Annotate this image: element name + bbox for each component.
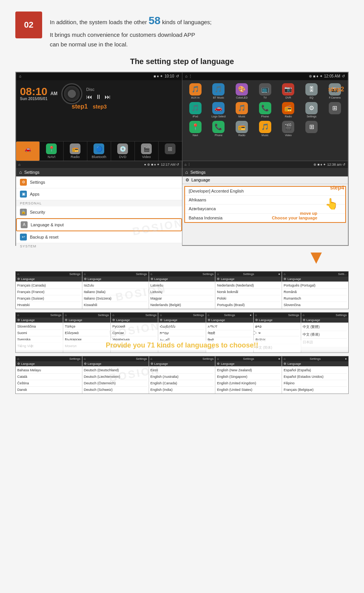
app-navi2[interactable]: 📍 Navi bbox=[184, 120, 207, 138]
lang-ellhnika[interactable]: Ελληνικά bbox=[65, 330, 109, 336]
lang-eesti[interactable]: Eesti bbox=[151, 367, 214, 374]
app-tv[interactable]: 📺 TV bbox=[254, 82, 276, 100]
app-aux[interactable]: 🎵 AUX In bbox=[184, 82, 207, 100]
next-button[interactable]: ⏭ bbox=[105, 94, 111, 100]
lang-chinese-hongkong[interactable]: 中文 (香港) bbox=[303, 331, 347, 339]
lang-italiano-italia[interactable]: Italiano (Italia) bbox=[84, 289, 147, 295]
lang-suomi[interactable]: Suomi bbox=[17, 330, 61, 336]
lang-hayeren[interactable]: Հայերեն bbox=[160, 323, 204, 330]
lang-russkiy[interactable]: Русский bbox=[112, 323, 156, 330]
time-display: 08:10 AM Sun 2015/05/01 bbox=[20, 86, 57, 101]
lang-turkce[interactable]: Türkçe bbox=[65, 323, 109, 330]
app-dvr[interactable]: 📷 DVR bbox=[277, 82, 300, 100]
lang-srpski[interactable]: Српски bbox=[112, 330, 156, 336]
app-logoselect[interactable]: 🚗 Logo Select bbox=[207, 101, 230, 119]
lang-slovenscina[interactable]: Slovenščina bbox=[17, 323, 61, 330]
lang-nederlands-belgie[interactable]: Nederlands (België) bbox=[151, 302, 214, 308]
lang-isizulu[interactable]: IsiZulu bbox=[84, 282, 147, 289]
lang-cestina[interactable]: Čeština bbox=[17, 380, 80, 387]
lang-item-afrikaans[interactable]: Afrikaans bbox=[185, 196, 346, 204]
navi-icon: 📍 bbox=[46, 143, 57, 154]
lang-deutsch-deutschland[interactable]: Deutsch (Deutschland) bbox=[84, 367, 147, 374]
lang-burmese[interactable]: ြမာ bbox=[255, 330, 299, 336]
app-radio2[interactable]: 📻 Radio bbox=[231, 120, 253, 138]
app-music2[interactable]: 🎵 Music bbox=[254, 120, 276, 138]
lang-slovencina[interactable]: Slovenčina bbox=[284, 302, 347, 308]
lang-deutsch-schweiz[interactable]: Deutsch (Schweiz) bbox=[84, 387, 147, 393]
lang-catala[interactable]: Català bbox=[17, 374, 80, 380]
app-video2[interactable]: 🎬 Video bbox=[277, 120, 300, 138]
nav-bluetooth[interactable]: 🔵 Bluetooth bbox=[87, 142, 111, 161]
lang-english-singapore[interactable]: English (Singapore) bbox=[217, 374, 280, 380]
lang-magyar[interactable]: Magyar bbox=[151, 295, 214, 302]
lang-filipino[interactable]: Filipino bbox=[284, 380, 347, 387]
settings-item-backup[interactable]: ↩ Backup & reset bbox=[16, 231, 182, 243]
lang-polski[interactable]: Polski bbox=[217, 295, 280, 302]
lang-nepali[interactable]: नेपाली bbox=[208, 330, 252, 337]
settings-item-security[interactable]: 🔒 Security bbox=[16, 206, 182, 218]
lang-portugues-brasil[interactable]: Português (Brasil) bbox=[217, 302, 280, 308]
settings-item-settings[interactable]: ⚙ Settings bbox=[16, 176, 182, 188]
nav-dvd[interactable]: 💿 DVD bbox=[111, 142, 135, 161]
app-phone2[interactable]: 📞 Phone bbox=[207, 120, 230, 138]
nav-radio[interactable]: 📻 Radio bbox=[64, 142, 87, 161]
lang-deutsch-liechtenstein[interactable]: Deutsch (Liechtenstein) bbox=[84, 374, 147, 380]
prev-button[interactable]: ⏮ bbox=[86, 94, 92, 100]
settings-item-language[interactable]: A Language & input bbox=[16, 218, 182, 231]
lang-francais-belgique[interactable]: Français (Belgique) bbox=[284, 387, 347, 393]
playback-controls[interactable]: ⏮ ⏸ ⏭ bbox=[86, 94, 111, 100]
lang-deutsch-osterreich[interactable]: Deutsch (Österreich) bbox=[84, 380, 147, 387]
lang-english-india[interactable]: English (India) bbox=[151, 387, 214, 393]
lang-english-us[interactable]: English (United States) bbox=[217, 387, 280, 393]
lang-francais-canada[interactable]: Français (Canada) bbox=[17, 282, 80, 289]
app-grid[interactable]: ⊞ bbox=[323, 101, 346, 119]
app-ipod[interactable]: 🎵 iPod bbox=[184, 101, 207, 119]
app-colorled[interactable]: 🎨 ColorLED bbox=[231, 82, 253, 100]
lang-bahasa-melayu[interactable]: Bahasa Melayu bbox=[17, 367, 80, 374]
lang-english-uk[interactable]: English (United Kingdom) bbox=[217, 380, 280, 387]
lang-dansk[interactable]: Dansk bbox=[17, 387, 80, 393]
lang-ivrit[interactable]: עברית bbox=[160, 330, 204, 336]
lang-item-developer[interactable]: [Developer] Accented English bbox=[185, 187, 346, 196]
lang-latviesu[interactable]: Latviešu bbox=[151, 282, 214, 289]
lgc2-header-5: ⌂Settings● bbox=[206, 313, 253, 318]
backup-icon: ↩ bbox=[20, 234, 27, 240]
lang-espanol-espana[interactable]: Español (España) bbox=[284, 367, 347, 374]
nav-navi[interactable]: 📍 NAVI bbox=[40, 142, 64, 161]
lang-english-canada[interactable]: English (Canada) bbox=[151, 380, 214, 387]
settings-item-apps[interactable]: ▣ Apps bbox=[16, 188, 182, 200]
app-settings[interactable]: ⚙ Settings bbox=[300, 101, 323, 119]
lang-lietuviu[interactable]: Lietuvių bbox=[151, 289, 214, 295]
lang-romana[interactable]: Română bbox=[284, 289, 347, 295]
nav-car[interactable]: 🚗 bbox=[16, 142, 40, 161]
app-btmusic[interactable]: 🎵 BT Music bbox=[207, 82, 230, 100]
lang-francais-suisse[interactable]: Français (Suisse) bbox=[17, 295, 80, 302]
lang-italiano-svizzera[interactable]: Italiano (Svizzera) bbox=[84, 295, 147, 302]
lang-rumantsch[interactable]: Rumantsch bbox=[284, 295, 347, 302]
lang-chinese-traditional[interactable]: 中文 (繁體) bbox=[303, 323, 347, 331]
app-radio[interactable]: 📻 Radio bbox=[277, 101, 300, 119]
lang-francais-france[interactable]: Français (France) bbox=[17, 289, 80, 295]
app-eq[interactable]: 🎛 EQ bbox=[300, 82, 323, 100]
nav-apps[interactable]: ⊞ bbox=[159, 142, 182, 161]
settings-list: ⚙ Settings ▣ Apps PERSONAL 🔒 Security A … bbox=[16, 176, 182, 249]
lang-item-bahasa[interactable]: Bahasa Indonesia bbox=[185, 214, 346, 222]
lang-lao[interactable]: ລາວ bbox=[255, 323, 299, 330]
lang-hrvatski[interactable]: Hrvatski bbox=[17, 302, 80, 308]
play-button[interactable]: ⏸ bbox=[95, 94, 102, 100]
lang-item-azerbaycanca[interactable]: Azərbaycanca bbox=[185, 204, 346, 214]
lang-nederlands-nederland[interactable]: Nederlands (Nederland) bbox=[217, 282, 280, 289]
lang-kiswahili[interactable]: Kiswahili bbox=[84, 302, 147, 308]
app-phone[interactable]: 📞 Phone bbox=[254, 101, 276, 119]
lang-norsk[interactable]: Norsk bokmål bbox=[217, 289, 280, 295]
lgc2-sub-5: ⚙Language bbox=[206, 318, 253, 323]
nav-video[interactable]: 🎬 Video bbox=[135, 142, 159, 161]
app-music[interactable]: 🎵 Music bbox=[231, 101, 253, 119]
lang-english-newzealand[interactable]: English (New Zealand) bbox=[217, 367, 280, 374]
app-grid2[interactable]: ⊞ bbox=[300, 120, 323, 138]
lang-espanol-estados[interactable]: Español (Estados Unidos) bbox=[284, 374, 347, 380]
lang-english-australia[interactable]: English (Australia) bbox=[151, 374, 214, 380]
lang-portugues-portugal[interactable]: Português (Portugal) bbox=[284, 282, 347, 289]
top-row: ⌂ ■ ♦ ✦ 10:10 ↺ 08:10 AM Sun 2015/05/01 bbox=[16, 72, 348, 161]
lang-amharic[interactable]: አማርኛ bbox=[208, 323, 252, 330]
